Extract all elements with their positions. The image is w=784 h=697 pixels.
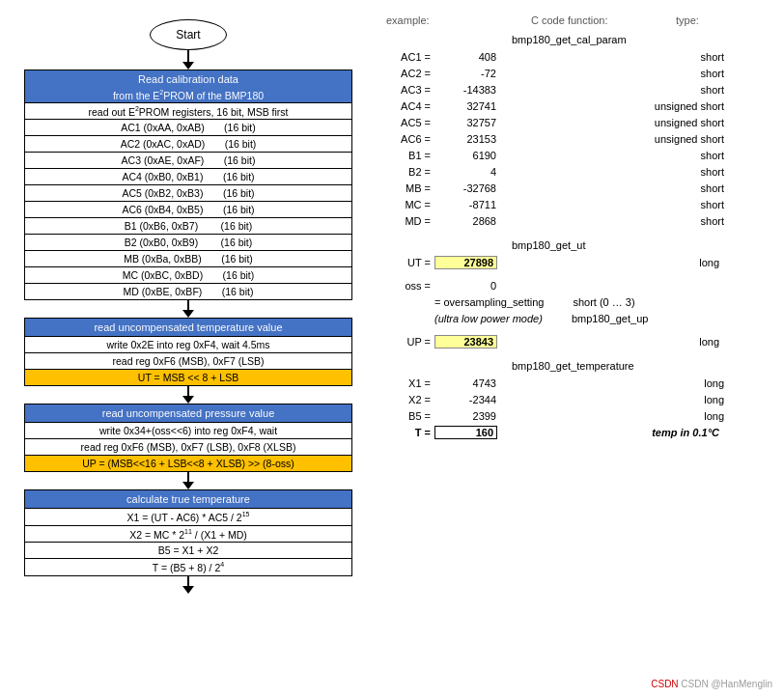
oss-value: 0	[434, 280, 502, 292]
arrow-down	[182, 482, 194, 489]
func2-label: bmp180_get_ut	[512, 239, 774, 251]
temp-row-t: T = 160 temp in 0.1°C	[386, 425, 774, 440]
ut-label: UT =	[386, 257, 434, 268]
block1-row2: AC2 (0xAC, 0xAD) (16 bit)	[24, 136, 352, 153]
right-headers: example: C code function: type:	[386, 14, 774, 26]
block1-row0: read out E2PROM registers, 16 bit, MSB f…	[24, 102, 352, 121]
block1-row6: AC6 (0xB4, 0xB5) (16 bit)	[24, 202, 352, 218]
block1-row7: B1 (0xB6, 0xB7) (16 bit)	[24, 218, 352, 235]
block4: calculate true temperature X1 = (UT - AC…	[24, 489, 352, 576]
block3-header: read uncompensated pressure value	[24, 404, 352, 422]
block2-header: read uncompensated temperature value	[24, 318, 352, 336]
temp-row-x1: X1 = 4743 long	[386, 376, 774, 391]
block1-row5: AC5 (0xB2, 0xB3) (16 bit)	[24, 185, 352, 202]
connector-line	[187, 50, 189, 62]
temp-vars-table: X1 = 4743 long X2 = -2344 long B5 = 2399…	[386, 376, 774, 440]
ut-row: UT = 27898 long	[386, 255, 774, 270]
watermark: CSDN CSDN @HanMenglin	[651, 679, 772, 689]
oss-label: oss =	[386, 280, 434, 292]
temp-value: 160	[434, 426, 497, 439]
block4-row2: B5 = X1 + X2	[24, 543, 352, 559]
block3-row0: write 0x34+(oss<<6) into reg 0xF4, wait	[24, 422, 352, 439]
up-type: long	[623, 336, 719, 348]
block4-row3: T = (B5 + 8) / 24	[24, 559, 352, 576]
oss-desc: = oversampling_setting	[434, 296, 544, 308]
arrow-down	[182, 62, 194, 70]
temp-type: temp in 0.1°C	[623, 427, 719, 438]
ultra-low-label: (ultra low power mode)	[434, 313, 543, 324]
block3-row2: UP = (MSB<<16 + LSB<<8 + XLSB) >> (8-oss…	[24, 456, 352, 472]
ut-type: long	[623, 257, 719, 268]
cal-row-ac1: AC1 = 408 short	[386, 49, 774, 65]
cal-row-ac2: AC2 = -72 short	[386, 66, 774, 81]
header-spacer	[444, 14, 521, 26]
header-example: example:	[386, 14, 434, 26]
oss-desc-row: = oversampling_setting short (0 … 3)	[386, 294, 774, 310]
right-panel: example: C code function: type: bmp180_g…	[367, 10, 774, 594]
block1-subheader: from the E2PROM of the BMP180	[24, 88, 352, 102]
block4-row0: X1 = (UT - AC6) * AC5 / 215	[24, 508, 352, 526]
block1-row10: MC (0xBC, 0xBD) (16 bit)	[24, 267, 352, 284]
block1-row1: AC1 (0xAA, 0xAB) (16 bit)	[24, 120, 352, 136]
func3-inline: bmp180_get_up	[572, 313, 649, 324]
header-ccode: C code function:	[531, 14, 666, 26]
temp-row-b5: B5 = 2399 long	[386, 408, 774, 424]
cal-row-mb: MB = -32768 short	[386, 181, 774, 196]
block1-row9: MB (0xBa, 0xBB) (16 bit)	[24, 251, 352, 267]
temp-row-x2: X2 = -2344 long	[386, 392, 774, 407]
func1-label: bmp180_get_cal_param	[512, 34, 774, 45]
cal-row-ac3: AC3 = -14383 short	[386, 82, 774, 98]
cal-row-ac4: AC4 = 32741 unsigned short	[386, 98, 774, 114]
ultra-low-row: (ultra low power mode) bmp180_get_up	[386, 311, 774, 326]
oss-type: short (0 … 3)	[573, 296, 634, 308]
arrow-down	[182, 396, 194, 404]
block1-row3: AC3 (0xAE, 0xAF) (16 bit)	[24, 153, 352, 169]
flowchart: Start Read calibration data from the E2P…	[10, 10, 367, 594]
ut-value[interactable]: 27898	[434, 256, 497, 269]
cal-row-md: MD = 2868 short	[386, 213, 774, 229]
cal-row-mc: MC = -8711 short	[386, 197, 774, 212]
up-label: UP =	[386, 336, 434, 348]
up-row: UP = 23843 long	[386, 334, 774, 349]
connector-line	[187, 386, 189, 396]
block2-row2: UT = MSB << 8 + LSB	[24, 370, 352, 386]
start-oval: Start	[150, 19, 227, 50]
block1-row4: AC4 (0xB0, 0xB1) (16 bit)	[24, 169, 352, 185]
start-label: Start	[176, 28, 200, 42]
block3: read uncompensated pressure value write …	[24, 404, 352, 472]
cal-row-ac6: AC6 = 23153 unsigned short	[386, 131, 774, 147]
block2-row1: read reg 0xF6 (MSB), 0xF7 (LSB)	[24, 353, 352, 370]
header-type: type:	[676, 14, 699, 26]
arrow-down	[182, 310, 194, 318]
connector-line	[187, 576, 189, 586]
block4-row1: X2 = MC * 211 / (X1 + MD)	[24, 526, 352, 544]
block1: Read calibration data from the E2PROM of…	[24, 70, 352, 300]
block2-row0: write 0x2E into reg 0xF4, wait 4.5ms	[24, 336, 352, 353]
block4-header: calculate true temperature	[24, 489, 352, 508]
arrow-down	[182, 586, 194, 594]
up-value[interactable]: 23843	[434, 335, 497, 348]
cal-row-b2: B2 = 4 short	[386, 164, 774, 180]
block3-row1: read reg 0xF6 (MSB), 0xF7 (LSB), 0xF8 (X…	[24, 439, 352, 456]
cal-row-b1: B1 = 6190 short	[386, 148, 774, 163]
block1-row8: B2 (0xB0, 0xB9) (16 bit)	[24, 235, 352, 251]
connector-line	[187, 300, 189, 310]
func4-label: bmp180_get_temperature	[512, 360, 774, 372]
cal-vars-table: AC1 = 408 short AC2 = -72 short AC3 = -1…	[386, 49, 774, 229]
block1-header: Read calibration data	[24, 70, 352, 88]
oss-row: oss = 0	[386, 278, 774, 293]
connector-line	[187, 472, 189, 482]
cal-row-ac5: AC5 = 32757 unsigned short	[386, 115, 774, 130]
block1-row11: MD (0xBE, 0xBF) (16 bit)	[24, 284, 352, 300]
block2: read uncompensated temperature value wri…	[24, 318, 352, 386]
